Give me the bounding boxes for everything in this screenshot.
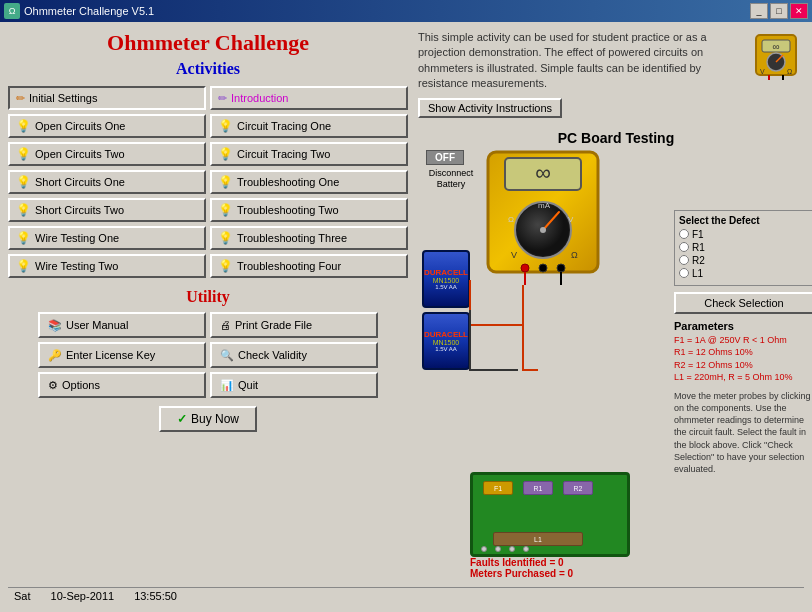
activity-wire-testing-one[interactable]: 💡 Wire Testing One (8, 226, 206, 250)
utility-label-text: Check Validity (238, 349, 307, 361)
pc-board-area: OFF DisconnectBattery (418, 150, 812, 587)
activity-troubleshooting-three[interactable]: 💡 Troubleshooting Three (210, 226, 408, 250)
activity-wire-testing-two[interactable]: 💡 Wire Testing Two (8, 254, 206, 278)
right-controls: Select the Defect F1 R1 R2 (674, 150, 812, 587)
bulb-icon: 💡 (218, 147, 233, 161)
description-text: This simple activity can be used for stu… (418, 30, 746, 92)
param-r2: R2 = 12 Ohms 10% (674, 359, 812, 372)
component-r2[interactable]: R2 (563, 481, 593, 495)
solder-4 (523, 546, 529, 552)
defect-f1-radio[interactable] (679, 229, 689, 239)
minimize-button[interactable]: _ (750, 3, 768, 19)
activity-initial-settings[interactable]: ✏ Initial Settings (8, 86, 206, 110)
activity-label: Wire Testing Two (35, 260, 118, 272)
select-defect-box: Select the Defect F1 R1 R2 (674, 210, 812, 286)
battery-type-1: MN1500 (433, 277, 459, 284)
quit-button[interactable]: 📊 Quit (210, 372, 378, 398)
off-button[interactable]: OFF (426, 150, 464, 165)
ohmmeter-svg: ∞ V Ω (754, 30, 809, 80)
batteries-container: DURACELL MN1500 1.5V AA DURACELL MN1500 … (422, 250, 470, 370)
meter-display-area: ∞ Ω V (483, 150, 603, 288)
battery-brand-1: DURACELL (424, 268, 468, 277)
defect-r1-radio[interactable] (679, 242, 689, 252)
right-panel: This simple activity can be used for stu… (418, 30, 812, 587)
quit-icon: 📊 (220, 379, 234, 392)
pencil-icon-intro: ✏ (218, 92, 227, 105)
right-header: This simple activity can be used for stu… (418, 30, 812, 126)
activity-label: Initial Settings (29, 92, 97, 104)
param-f1: F1 = 1A @ 250V R < 1 Ohm (674, 334, 812, 347)
activity-troubleshooting-four[interactable]: 💡 Troubleshooting Four (210, 254, 408, 278)
activity-short-circuits-two[interactable]: 💡 Short Circuits Two (8, 198, 206, 222)
solder-1 (481, 546, 487, 552)
svg-text:∞: ∞ (772, 41, 779, 52)
maximize-button[interactable]: □ (770, 3, 788, 19)
bulb-icon: 💡 (16, 119, 31, 133)
svg-text:Ω: Ω (571, 250, 578, 260)
status-bar: Sat 10-Sep-2011 13:55:50 (8, 587, 804, 604)
close-button[interactable]: ✕ (790, 3, 808, 19)
utility-label-text: Print Grade File (235, 319, 312, 331)
activity-label: Short Circuits Two (35, 204, 124, 216)
content-area: Ohmmeter Challenge Activities ✏ Initial … (8, 30, 804, 587)
activity-label: Circuit Tracing One (237, 120, 331, 132)
battery-voltage-2: 1.5V AA (435, 346, 457, 352)
defect-l1-radio[interactable] (679, 268, 689, 278)
battery-type-2: MN1500 (433, 339, 459, 346)
defect-f1-label: F1 (692, 229, 704, 240)
user-manual-button[interactable]: 📚 User Manual (38, 312, 206, 338)
activity-troubleshooting-two[interactable]: 💡 Troubleshooting Two (210, 198, 408, 222)
component-f1[interactable]: F1 (483, 481, 513, 495)
pc-board: F1 R1 R2 L1 (470, 472, 630, 557)
select-defect-title: Select the Defect (679, 215, 809, 226)
defect-r2-radio[interactable] (679, 255, 689, 265)
faults-identified: Faults Identified = 0 (470, 557, 573, 568)
buy-now-button[interactable]: ✓ Buy Now (159, 406, 257, 432)
svg-text:mA: mA (538, 201, 551, 210)
utility-label-text: Options (62, 379, 100, 391)
activity-introduction[interactable]: ✏ Introduction (210, 86, 408, 110)
bulb-icon: 💡 (16, 175, 31, 189)
defect-r2-item: R2 (679, 255, 809, 266)
gear-icon: ⚙ (48, 379, 58, 392)
component-r1[interactable]: R1 (523, 481, 553, 495)
parameters-title: Parameters (674, 320, 812, 332)
show-instructions-button[interactable]: Show Activity Instructions (418, 98, 562, 118)
app-icon: Ω (4, 3, 20, 19)
bulb-icon: 💡 (16, 259, 31, 273)
main-window: Ohmmeter Challenge Activities ✏ Initial … (0, 22, 812, 612)
defect-r1-label: R1 (692, 242, 705, 253)
component-l1[interactable]: L1 (493, 532, 583, 546)
defect-f1-item: F1 (679, 229, 809, 240)
activity-short-circuits-one[interactable]: 💡 Short Circuits One (8, 170, 206, 194)
svg-point-21 (557, 264, 565, 272)
enter-license-key-button[interactable]: 🔑 Enter License Key (38, 342, 206, 368)
book-icon: 📚 (48, 319, 62, 332)
check-icon: ✓ (177, 412, 187, 426)
activity-circuit-tracing-one[interactable]: 💡 Circuit Tracing One (210, 114, 408, 138)
battery-brand-2: DURACELL (424, 330, 468, 339)
check-validity-button[interactable]: 🔍 Check Validity (210, 342, 378, 368)
window-title: Ohmmeter Challenge V5.1 (24, 5, 154, 17)
activity-label: Wire Testing One (35, 232, 119, 244)
print-grade-file-button[interactable]: 🖨 Print Grade File (210, 312, 378, 338)
activities-grid: ✏ Initial Settings ✏ Introduction 💡 Open… (8, 86, 408, 278)
check-selection-button[interactable]: Check Selection (674, 292, 812, 314)
options-button[interactable]: ⚙ Options (38, 372, 206, 398)
disconnect-label: DisconnectBattery (420, 168, 482, 191)
activity-troubleshooting-one[interactable]: 💡 Troubleshooting One (210, 170, 408, 194)
defect-l1-item: L1 (679, 268, 809, 279)
svg-text:∞: ∞ (535, 160, 551, 185)
activity-circuit-tracing-two[interactable]: 💡 Circuit Tracing Two (210, 142, 408, 166)
svg-point-19 (521, 264, 529, 272)
activity-label: Introduction (231, 92, 288, 104)
title-controls[interactable]: _ □ ✕ (750, 3, 808, 19)
circuit-diagram: OFF DisconnectBattery (418, 150, 668, 587)
bulb-icon: 💡 (218, 231, 233, 245)
defect-r2-label: R2 (692, 255, 705, 266)
activity-open-circuits-one[interactable]: 💡 Open Circuits One (8, 114, 206, 138)
bulb-icon: 💡 (218, 119, 233, 133)
bulb-icon: 💡 (218, 259, 233, 273)
param-l1: L1 = 220mH, R = 5 Ohm 10% (674, 371, 812, 384)
activity-open-circuits-two[interactable]: 💡 Open Circuits Two (8, 142, 206, 166)
